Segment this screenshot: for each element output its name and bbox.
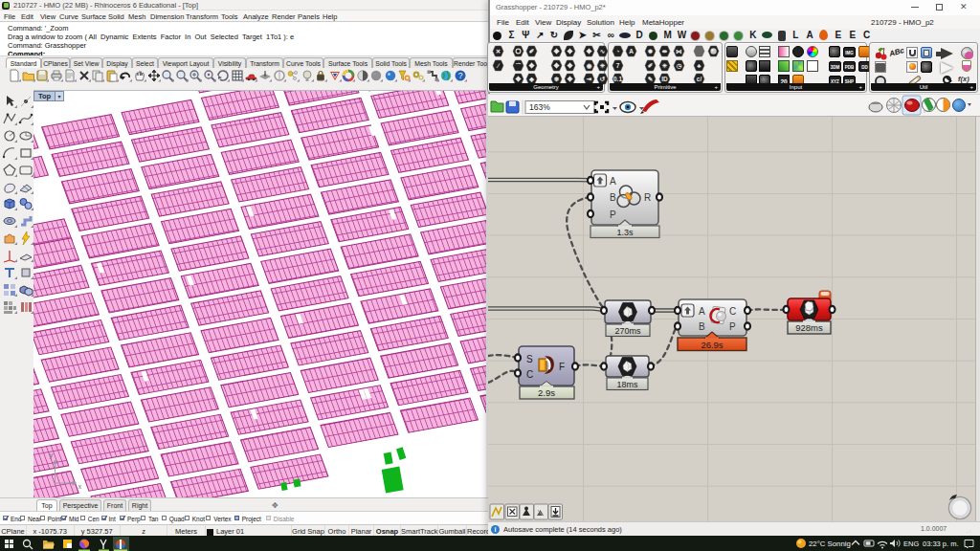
svg-text:◷: ◷ <box>677 62 682 69</box>
svg-text:P: P <box>610 209 616 220</box>
svg-text:✳: ✳ <box>662 62 668 69</box>
svg-text:7: 7 <box>616 62 620 69</box>
svg-text:∿: ∿ <box>600 48 605 55</box>
svg-text:S: S <box>526 354 533 364</box>
svg-text:163%: 163% <box>529 102 550 112</box>
svg-text:A: A <box>610 176 616 187</box>
svg-text:F: F <box>559 362 565 372</box>
svg-text:⇹: ⇹ <box>662 48 668 55</box>
svg-text:270ms: 270ms <box>614 326 641 336</box>
svg-text:26.9s: 26.9s <box>701 340 723 350</box>
svg-text:P: P <box>729 321 736 332</box>
svg-text:ID: ID <box>661 76 668 82</box>
svg-text:✹: ✹ <box>647 48 654 55</box>
svg-text:22°C Sonnig: 22°C Sonnig <box>809 540 851 548</box>
svg-text:◔: ◔ <box>616 48 620 55</box>
svg-text:c/: c/ <box>697 76 702 82</box>
svg-text:↺: ↺ <box>600 76 606 82</box>
svg-text:✐: ✐ <box>529 48 534 55</box>
svg-text:C: C <box>729 306 736 317</box>
svg-text:03:33 p. m.: 03:33 p. m. <box>923 540 959 548</box>
svg-text:❄: ❄ <box>554 76 560 82</box>
svg-text:✳: ✳ <box>600 62 606 69</box>
svg-text:18ms: 18ms <box>616 380 638 389</box>
svg-text:y: y <box>50 451 54 459</box>
svg-text:✎: ✎ <box>648 76 653 82</box>
svg-text:R: R <box>644 192 651 203</box>
svg-text:x: x <box>78 482 81 491</box>
svg-text:2.9s: 2.9s <box>538 387 555 398</box>
svg-text:◉: ◉ <box>587 62 592 69</box>
svg-text:⌒: ⌒ <box>515 62 522 69</box>
svg-text:⇥: ⇥ <box>587 76 592 82</box>
svg-text:0.1: 0.1 <box>613 76 622 82</box>
svg-text:B: B <box>610 192 616 203</box>
svg-text:✕: ✕ <box>496 48 501 55</box>
svg-text:1.3s: 1.3s <box>616 228 634 237</box>
svg-text:◈: ◈ <box>528 76 535 82</box>
svg-text:?: ? <box>457 71 462 80</box>
svg-text:B: B <box>699 321 705 332</box>
svg-text:ENG: ENG <box>903 540 919 548</box>
svg-text:A: A <box>699 306 705 317</box>
svg-text:✐: ✐ <box>648 62 653 69</box>
svg-text:928ms: 928ms <box>795 322 823 333</box>
svg-text:♣: ♣ <box>697 62 702 69</box>
svg-text:C: C <box>526 369 533 380</box>
svg-text:A: A <box>629 48 634 55</box>
svg-text:⋈: ⋈ <box>676 48 682 55</box>
